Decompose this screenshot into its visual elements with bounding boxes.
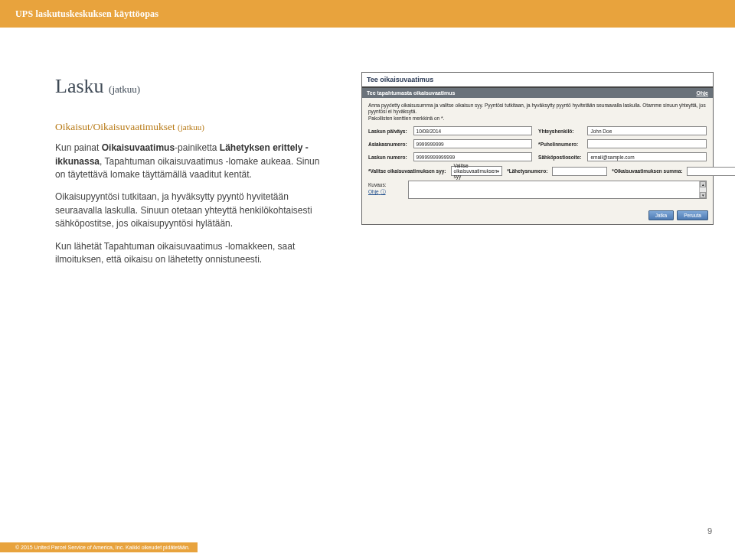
section-heading: Oikaisut/Oikaisuvaatimukset (jatkuu) (55, 119, 331, 135)
input-summa[interactable] (687, 167, 735, 176)
content-area: Lasku (jatkuu) Oikaisut/Oikaisuvaatimuks… (0, 28, 735, 275)
info-icon: ⓘ (381, 189, 386, 194)
input-asiakasnumero[interactable]: 9999999999 (413, 139, 533, 148)
required-note: Pakollisten kenttien merkkinä on *. (368, 116, 444, 121)
p1-a: Kun painat (55, 142, 102, 153)
input-puhelinnumero[interactable] (587, 139, 707, 148)
form-window-title: Tee oikaisuvaatimus (362, 73, 713, 88)
paragraph-3: Kun lähetät Tapahtuman oikaisuvaatimus -… (55, 240, 331, 267)
input-sahkoposti[interactable]: email@sample.com (587, 152, 707, 161)
scroll-up-icon[interactable]: ▴ (700, 181, 706, 187)
form-body: Anna pyydetty oikaisusumma ja valitse oi… (362, 98, 713, 207)
screenshot-column: Tee oikaisuvaatimus Tee tapahtumasta oik… (361, 72, 714, 225)
header-band: UPS laskutuskeskuksen käyttöopas (0, 0, 735, 28)
form-button-row: Jatka Peruuta (362, 207, 713, 224)
textarea-scrollbar[interactable]: ▴ ▾ (699, 181, 706, 198)
chevron-down-icon: ▾ (497, 168, 499, 174)
footer-copyright: © 2015 United Parcel Service of America,… (0, 542, 198, 552)
submit-button[interactable]: Jatka (648, 210, 675, 220)
cancel-button[interactable]: Peruuta (677, 210, 708, 220)
label-puhelinnumero: *Puhelinnumero: (538, 142, 581, 147)
footer: © 2015 United Parcel Service of America,… (0, 542, 198, 552)
h2-continued: (jatkuu) (178, 122, 204, 132)
label-kuvaus: Kuvaus: (368, 182, 402, 187)
label-asiakasnumero: Asiakasnumero: (368, 142, 407, 147)
section-bar-label: Tee tapahtumasta oikaisuvaatimus (367, 90, 455, 96)
input-yhteyshenkilo[interactable]: John Doe (587, 126, 707, 135)
input-laskun-paivays[interactable]: 10/08/2014 (413, 126, 533, 135)
label-sahkoposti: Sähköpostiosoite: (538, 155, 581, 160)
input-laskunumero[interactable]: 99999999999999 (413, 152, 533, 161)
help-link[interactable]: Ohje (696, 90, 708, 96)
h1-continued: (jatkuu) (109, 83, 140, 95)
paragraph-1: Kun painat Oikaisuvaatimus-painiketta Lä… (55, 142, 331, 181)
kuvaus-labels: Kuvaus: Ohje ⓘ (368, 181, 402, 196)
select-syy[interactable]: Valitse oikaisuvaatimuksen syy ▾ (451, 166, 503, 176)
form-row-bottom: *Valitse oikaisuvaatimuksen syy: Valitse… (368, 166, 707, 176)
form-section-bar: Tee tapahtumasta oikaisuvaatimus Ohje (362, 88, 713, 98)
paragraph-2: Oikaisupyyntösi tutkitaan, ja hyväksytty… (55, 190, 331, 230)
select-syy-value: Valitse oikaisuvaatimuksen syy (454, 163, 498, 179)
h1-text: Lasku (55, 75, 104, 97)
label-lahetysnumero: *Lähetysnumero: (507, 168, 547, 174)
form-screenshot: Tee oikaisuvaatimus Tee tapahtumasta oik… (361, 72, 714, 225)
label-laskun-paivays: Laskun päiväys: (368, 129, 407, 134)
intro-text: Anna pyydetty oikaisusumma ja valitse oi… (368, 103, 706, 114)
label-yhteyshenkilo: Yhteyshenkilö: (538, 129, 581, 134)
kuvaus-row: Kuvaus: Ohje ⓘ ▴ ▾ (368, 181, 707, 199)
page-number: 9 (707, 526, 712, 536)
label-syy: *Valitse oikaisuvaatimuksen syy: (368, 168, 446, 174)
label-laskunumero: Laskun numero: (368, 155, 407, 160)
ohje-link-2[interactable]: Ohje ⓘ (368, 189, 402, 196)
left-column: Lasku (jatkuu) Oikaisut/Oikaisuvaatimuks… (55, 72, 331, 275)
header-title: UPS laskutuskeskuksen käyttöopas (15, 8, 158, 20)
form-grid: Laskun päiväys: 10/08/2014 Yhteyshenkilö… (368, 126, 707, 161)
scroll-down-icon[interactable]: ▾ (700, 192, 706, 198)
page-heading: Lasku (jatkuu) (55, 72, 331, 101)
input-lahetysnumero[interactable] (552, 167, 607, 176)
h2-text: Oikaisut/Oikaisuvaatimukset (55, 121, 175, 132)
p1-strong1: Oikaisuvaatimus (102, 142, 175, 153)
form-intro: Anna pyydetty oikaisusumma ja valitse oi… (368, 103, 707, 122)
label-summa: *Oikaisuvaatimuksen summa: (612, 168, 682, 174)
textarea-kuvaus[interactable]: ▴ ▾ (408, 181, 707, 199)
p1-b: -painiketta (175, 142, 220, 153)
